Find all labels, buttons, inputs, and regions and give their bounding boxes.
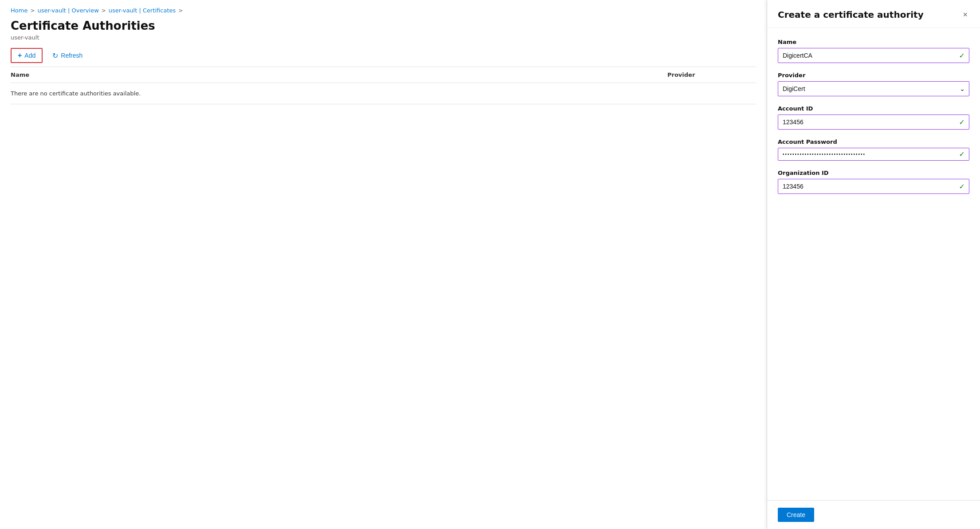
- org-id-label: Organization ID: [778, 170, 969, 176]
- breadcrumb-sep-1: >: [30, 8, 35, 14]
- name-form-group: Name ✓: [778, 39, 969, 63]
- provider-select-wrapper: DigiCert GlobalSign ⌄: [778, 81, 969, 96]
- org-id-form-group: Organization ID ✓: [778, 170, 969, 194]
- main-content: Home > user-vault | Overview > user-vaul…: [0, 0, 767, 529]
- add-button-label: Add: [24, 52, 35, 59]
- name-input-wrapper: ✓: [778, 48, 969, 63]
- account-password-form-group: Account Password ✓: [778, 138, 969, 161]
- side-panel: Create a certificate authority × Name ✓ …: [767, 0, 980, 529]
- name-check-icon: ✓: [959, 51, 965, 60]
- breadcrumb-overview[interactable]: user-vault | Overview: [37, 7, 98, 14]
- refresh-button[interactable]: ↻ Refresh: [46, 49, 89, 63]
- org-id-check-icon: ✓: [959, 182, 965, 191]
- breadcrumb-certificates[interactable]: user-vault | Certificates: [109, 7, 176, 14]
- table-header: Name Provider: [11, 67, 756, 83]
- name-input[interactable]: [778, 48, 969, 63]
- breadcrumb-sep-2: >: [102, 8, 106, 14]
- create-button[interactable]: Create: [778, 508, 814, 522]
- provider-select[interactable]: DigiCert GlobalSign: [778, 81, 969, 96]
- refresh-button-label: Refresh: [61, 52, 82, 59]
- page-subtitle: user-vault: [11, 34, 756, 41]
- name-label: Name: [778, 39, 969, 45]
- panel-header: Create a certificate authority ×: [767, 0, 980, 28]
- close-button[interactable]: ×: [961, 9, 969, 20]
- refresh-icon: ↻: [52, 51, 58, 60]
- add-button[interactable]: + Add: [11, 48, 43, 63]
- panel-title: Create a certificate authority: [778, 9, 924, 20]
- table-empty-message: There are no certificate authorities ava…: [11, 83, 756, 104]
- toolbar: + Add ↻ Refresh: [11, 48, 756, 67]
- account-password-label: Account Password: [778, 138, 969, 145]
- account-password-check-icon: ✓: [959, 150, 965, 158]
- org-id-input[interactable]: [778, 179, 969, 194]
- account-password-input-wrapper: ✓: [778, 148, 969, 161]
- account-id-label: Account ID: [778, 105, 969, 112]
- account-id-input-wrapper: ✓: [778, 114, 969, 130]
- account-id-form-group: Account ID ✓: [778, 105, 969, 130]
- breadcrumb-home[interactable]: Home: [11, 7, 27, 14]
- account-id-check-icon: ✓: [959, 118, 965, 126]
- account-id-input[interactable]: [778, 114, 969, 130]
- panel-body: Name ✓ Provider DigiCert GlobalSign ⌄ Ac…: [767, 28, 980, 500]
- panel-footer: Create: [767, 500, 980, 529]
- org-id-input-wrapper: ✓: [778, 179, 969, 194]
- breadcrumb-sep-3: >: [178, 8, 183, 14]
- page-title: Certificate Authorities: [11, 19, 756, 32]
- provider-label: Provider: [778, 72, 969, 79]
- account-password-input[interactable]: [778, 148, 969, 161]
- col-header-provider: Provider: [667, 71, 756, 78]
- breadcrumb: Home > user-vault | Overview > user-vaul…: [11, 7, 756, 14]
- plus-icon: +: [18, 51, 22, 59]
- provider-form-group: Provider DigiCert GlobalSign ⌄: [778, 72, 969, 96]
- col-header-name: Name: [11, 71, 667, 78]
